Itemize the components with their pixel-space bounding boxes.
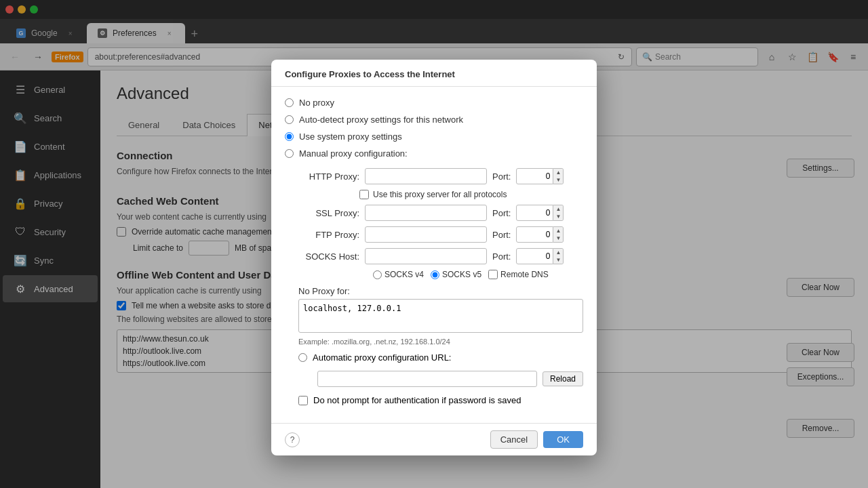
ssl-proxy-input[interactable]	[365, 205, 487, 221]
ftp-port-wrap: ▲ ▼	[516, 226, 564, 243]
http-port-up[interactable]: ▲	[553, 169, 563, 176]
socks-v5-radio[interactable]	[431, 270, 439, 279]
socks-port-up[interactable]: ▲	[553, 249, 563, 256]
socks-version-row: SOCKS v4 SOCKS v5 Remote DNS	[373, 270, 583, 279]
auto-detect-radio[interactable]	[285, 115, 294, 124]
ssl-proxy-label: SSL Proxy:	[298, 208, 359, 218]
http-port-down[interactable]: ▼	[553, 176, 563, 184]
auth-label: Do not prompt for authentication if pass…	[313, 395, 521, 405]
http-port-label: Port:	[492, 171, 511, 182]
socks-port-label: Port:	[492, 251, 511, 262]
dialog-overlay: Configure Proxies to Access the Internet…	[0, 0, 868, 488]
help-button[interactable]: ?	[285, 432, 300, 447]
socks-v4-label: SOCKS v4	[384, 270, 424, 279]
auth-row: Do not prompt for authentication if pass…	[298, 395, 583, 405]
socks-host-row: SOCKS Host: Port: ▲ ▼	[298, 248, 583, 264]
ftp-proxy-label: FTP Proxy:	[298, 230, 359, 240]
manual-proxy-label: Manual proxy configuration:	[299, 148, 408, 159]
no-proxy-section: No Proxy for: localhost, 127.0.0.1 Examp…	[298, 286, 583, 346]
auto-detect-label: Auto-detect proxy settings for this netw…	[299, 115, 463, 125]
socks-port-down[interactable]: ▼	[553, 256, 563, 264]
socks-host-label: SOCKS Host:	[298, 251, 359, 262]
proxy-dialog: Configure Proxies to Access the Internet…	[271, 60, 597, 455]
http-proxy-row: HTTP Proxy: Port: ▲ ▼	[298, 168, 583, 184]
http-port-input[interactable]	[516, 168, 553, 184]
ssl-port-up[interactable]: ▲	[553, 205, 563, 213]
dialog-title: Configure Proxies to Access the Internet	[271, 60, 597, 87]
auto-proxy-config-label: Automatic proxy configuration URL:	[313, 352, 451, 363]
auto-detect-row: Auto-detect proxy settings for this netw…	[285, 115, 583, 125]
socks-v5-label: SOCKS v5	[442, 270, 481, 279]
http-proxy-input[interactable]	[365, 168, 487, 184]
remote-dns-checkbox[interactable]	[488, 270, 498, 279]
no-proxy-row: No proxy	[285, 98, 583, 108]
ssl-proxy-row: SSL Proxy: Port: ▲ ▼	[298, 205, 583, 221]
no-proxy-label: No proxy	[299, 98, 334, 108]
system-proxy-label: Use system proxy settings	[299, 131, 402, 142]
ssl-port-input[interactable]	[516, 205, 553, 221]
ok-button[interactable]: OK	[543, 431, 583, 448]
proxy-form: HTTP Proxy: Port: ▲ ▼ Use this proxy ser…	[298, 168, 583, 405]
auth-checkbox[interactable]	[298, 396, 308, 405]
socks-host-input[interactable]	[365, 248, 487, 264]
ftp-port-down[interactable]: ▼	[553, 235, 563, 242]
socks-v4-radio[interactable]	[373, 270, 382, 279]
use-all-checkbox[interactable]	[359, 190, 369, 199]
ftp-port-label: Port:	[492, 230, 511, 240]
ftp-port-input[interactable]	[516, 226, 553, 243]
ftp-port-spin: ▲ ▼	[553, 226, 564, 243]
manual-proxy-radio[interactable]	[285, 149, 294, 158]
socks-v5-row: SOCKS v5	[431, 270, 481, 279]
manual-proxy-row: Manual proxy configuration:	[285, 148, 583, 159]
auto-proxy-radio[interactable]	[298, 353, 307, 362]
cancel-button[interactable]: Cancel	[490, 430, 538, 449]
remote-dns-label: Remote DNS	[500, 270, 549, 279]
dialog-footer: ? Cancel OK	[271, 423, 597, 455]
dialog-body: No proxy Auto-detect proxy settings for …	[271, 87, 597, 423]
auto-proxy-input[interactable]	[317, 371, 537, 387]
no-proxy-for-label: No Proxy for:	[298, 286, 583, 296]
socks-port-spin: ▲ ▼	[553, 248, 564, 264]
socks-port-input[interactable]	[516, 248, 553, 264]
no-proxy-example: Example: .mozilla.org, .net.nz, 192.168.…	[298, 338, 583, 346]
http-port-spin: ▲ ▼	[553, 168, 564, 184]
ftp-proxy-row: FTP Proxy: Port: ▲ ▼	[298, 226, 583, 243]
http-port-wrap: ▲ ▼	[516, 168, 564, 184]
remote-dns-row: Remote DNS	[488, 270, 549, 279]
no-proxy-textarea[interactable]: localhost, 127.0.0.1	[298, 299, 583, 333]
reload-button[interactable]: Reload	[542, 371, 583, 386]
use-all-label: Use this proxy server for all protocols	[373, 190, 507, 199]
no-proxy-radio[interactable]	[285, 98, 294, 107]
proxy-radio-group: No proxy Auto-detect proxy settings for …	[285, 98, 583, 159]
http-proxy-label: HTTP Proxy:	[298, 171, 359, 182]
ftp-proxy-input[interactable]	[365, 226, 487, 243]
use-all-row: Use this proxy server for all protocols	[359, 190, 583, 199]
system-proxy-row: Use system proxy settings	[285, 131, 583, 142]
ssl-port-down[interactable]: ▼	[553, 213, 563, 220]
socks-port-wrap: ▲ ▼	[516, 248, 564, 264]
socks-v4-row: SOCKS v4	[373, 270, 424, 279]
ssl-port-wrap: ▲ ▼	[516, 205, 564, 221]
ftp-port-up[interactable]: ▲	[553, 227, 563, 235]
auto-proxy-input-row: Reload	[298, 371, 583, 387]
auto-proxy-row: Automatic proxy configuration URL:	[298, 352, 583, 363]
ssl-port-label: Port:	[492, 208, 511, 218]
system-proxy-radio[interactable]	[285, 132, 294, 141]
ssl-port-spin: ▲ ▼	[553, 205, 564, 221]
